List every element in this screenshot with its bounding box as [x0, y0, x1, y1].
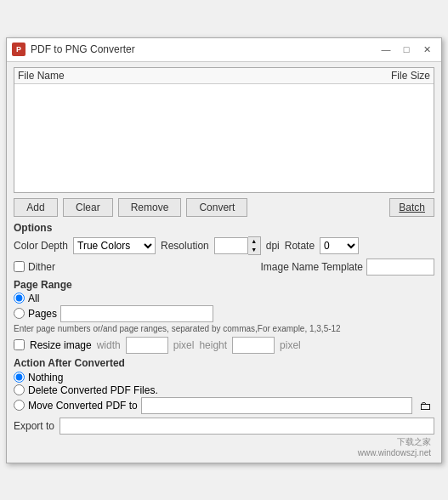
height-label: height: [199, 339, 227, 351]
width-input[interactable]: 0: [126, 337, 168, 354]
toolbar: Add Clear Remove Convert Batch: [14, 198, 434, 217]
main-window: P PDF to PNG Converter — □ ✕ File Name F…: [6, 37, 442, 463]
image-name-template-input[interactable]: -###: [366, 259, 434, 276]
action-section: Action After Converted Nothing Delete Co…: [14, 357, 434, 414]
all-radio-row: All: [14, 293, 434, 304]
options-label: Options: [14, 222, 434, 234]
file-list-area[interactable]: File Name File Size: [14, 67, 434, 193]
all-label: All: [28, 293, 39, 304]
move-row: Move Converted PDF to 🗀: [14, 397, 434, 414]
watermark: 下载之家www.windowszj.net: [14, 436, 434, 457]
window-controls: — □ ✕: [377, 42, 436, 57]
dither-label: Dither: [28, 261, 55, 273]
content-area: File Name File Size Add Clear Remove Con…: [7, 62, 441, 463]
resolution-unit: dpi: [266, 240, 280, 252]
move-folder-button[interactable]: 🗀: [416, 397, 434, 414]
pages-radio[interactable]: [14, 308, 25, 319]
export-label: Export to: [14, 420, 54, 432]
move-label: Move Converted PDF to: [28, 400, 138, 412]
pages-label: Pages: [28, 308, 57, 320]
remove-button[interactable]: Remove: [118, 198, 182, 217]
minimize-button[interactable]: —: [377, 42, 395, 57]
app-title: PDF to PNG Converter: [31, 43, 135, 55]
nothing-label: Nothing: [28, 372, 63, 384]
dither-row: Dither Image Name Template -###: [14, 259, 434, 276]
options-section: Options Color Depth True Colors 256 Colo…: [14, 222, 434, 276]
restore-button[interactable]: □: [397, 42, 416, 57]
move-radio[interactable]: [14, 400, 25, 411]
dither-checkbox[interactable]: [14, 261, 25, 272]
export-input[interactable]: [60, 418, 434, 435]
resize-section: Resize image width 0 pixel height 0 pixe…: [14, 337, 434, 354]
nothing-radio[interactable]: [14, 372, 25, 383]
action-label: Action After Converted: [14, 357, 434, 369]
delete-label: Delete Converted PDF Files.: [28, 384, 158, 396]
width-label: width: [97, 339, 121, 351]
rotate-select[interactable]: 0 90 180 270: [320, 237, 359, 254]
page-range-section: Page Range All Pages Enter page numbers …: [14, 279, 434, 333]
resize-row: Resize image width 0 pixel height 0 pixe…: [14, 337, 434, 354]
resize-label: Resize image: [30, 339, 92, 351]
resolution-up-btn[interactable]: ▲: [248, 237, 260, 246]
app-icon: P: [12, 43, 26, 56]
col-filesize: File Size: [362, 70, 430, 82]
image-name-template-label: Image Name Template: [260, 261, 363, 273]
close-button[interactable]: ✕: [417, 42, 436, 57]
width-unit: pixel: [173, 339, 195, 351]
options-row1: Color Depth True Colors 256 Colors Grays…: [14, 236, 434, 255]
resolution-down-btn[interactable]: ▼: [248, 246, 260, 254]
move-path-input[interactable]: [141, 397, 412, 414]
col-filename: File Name: [18, 70, 362, 82]
rotate-label: Rotate: [285, 240, 315, 252]
resolution-spinner-btns: ▲ ▼: [248, 236, 261, 255]
pages-input[interactable]: [60, 305, 213, 322]
height-unit: pixel: [280, 339, 301, 351]
color-depth-label: Color Depth: [14, 240, 68, 252]
resize-checkbox[interactable]: [14, 339, 25, 350]
clear-button[interactable]: Clear: [63, 198, 113, 217]
add-button[interactable]: Add: [14, 198, 58, 217]
export-row: Export to: [14, 418, 434, 435]
nothing-row: Nothing: [14, 372, 434, 384]
convert-button[interactable]: Convert: [186, 198, 247, 217]
page-range-label: Page Range: [14, 279, 434, 291]
delete-row: Delete Converted PDF Files.: [14, 384, 434, 396]
all-radio[interactable]: [14, 293, 25, 304]
color-depth-select[interactable]: True Colors 256 Colors Grayscale Black &…: [73, 237, 156, 254]
batch-button[interactable]: Batch: [389, 198, 434, 217]
titlebar-left: P PDF to PNG Converter: [12, 43, 135, 56]
file-list-header: File Name File Size: [14, 68, 434, 84]
height-input[interactable]: 0: [232, 337, 275, 354]
resolution-spinner: 150 ▲ ▼: [214, 236, 261, 255]
page-hint: Enter page numbers or/and page ranges, s…: [14, 324, 434, 333]
resolution-input[interactable]: 150: [214, 237, 248, 254]
titlebar: P PDF to PNG Converter — □ ✕: [7, 38, 441, 62]
pages-radio-row: Pages: [14, 305, 434, 322]
resolution-label: Resolution: [161, 240, 209, 252]
delete-radio[interactable]: [14, 384, 25, 395]
